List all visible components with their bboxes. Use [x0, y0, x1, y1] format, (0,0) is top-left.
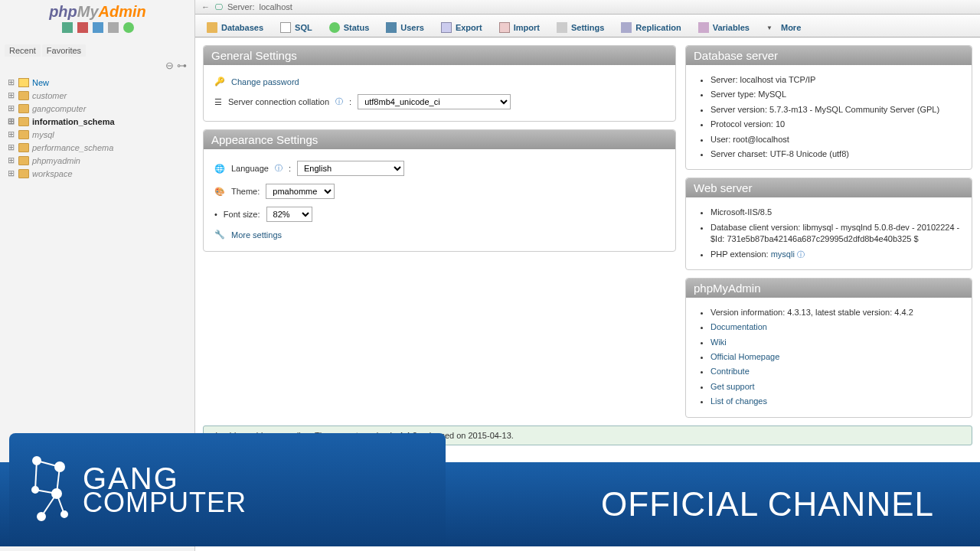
tab-replication[interactable]: Replication	[612, 18, 689, 37]
nav-icon[interactable]	[108, 22, 119, 33]
db-item-phpmyadmin[interactable]: ⊞phpmyadmin	[6, 154, 188, 167]
expand-icon[interactable]: ⊞	[6, 142, 15, 152]
expand-icon[interactable]: ⊞	[6, 168, 15, 178]
db-item-performance_schema[interactable]: ⊞performance_schema	[6, 141, 188, 154]
db-label: information_schema	[32, 117, 115, 126]
db-label: mysql	[32, 130, 54, 139]
export-icon	[441, 22, 452, 33]
appearance-panel: Appearance Settings 🌐 Language ⓘ: Englis…	[203, 129, 676, 252]
tab-variables[interactable]: Variables	[690, 18, 758, 37]
import-icon	[499, 22, 510, 33]
expand-icon[interactable]: ⊞	[6, 155, 15, 165]
server-value: localhost	[259, 2, 292, 11]
db-item-workspace[interactable]: ⊞workspace	[6, 167, 188, 180]
docs-icon[interactable]	[93, 22, 103, 33]
collapse-controls[interactable]: ⊖ ⊶	[0, 58, 194, 73]
settings-icon	[557, 22, 567, 33]
pma-link-item: Wiki	[710, 335, 961, 350]
web-item: Microsoft-IIS/8.5	[710, 205, 961, 220]
server-bar: ← 🖵 Server: localhost	[195, 0, 980, 15]
appearance-title: Appearance Settings	[204, 130, 675, 149]
reload-icon[interactable]	[123, 22, 134, 33]
general-settings-panel: General Settings 🔑 Change password ☰ Ser…	[203, 45, 676, 122]
db-label: performance_schema	[32, 143, 113, 152]
db-tree: ⊞ New ⊞customer⊞gangcomputer⊞information…	[0, 73, 194, 183]
network-icon	[28, 452, 74, 528]
pma-link[interactable]: Contribute	[710, 367, 750, 376]
logo-my: My	[77, 3, 99, 20]
collation-select[interactable]: utf8mb4_unicode_ci	[358, 94, 511, 109]
php-ext-link[interactable]: mysqli	[771, 249, 795, 259]
server-label: Server:	[227, 2, 254, 11]
tab-settings[interactable]: Settings	[548, 18, 612, 37]
db-server-item: Server charset: UTF-8 Unicode (utf8)	[710, 147, 961, 161]
password-icon: 🔑	[214, 77, 225, 86]
pma-link-item: Contribute	[710, 364, 961, 379]
help-icon[interactable]: ⓘ	[275, 163, 283, 174]
pma-link[interactable]: Official Homepage	[710, 352, 779, 361]
pma-link[interactable]: Documentation	[710, 322, 767, 331]
help-icon[interactable]: ⓘ	[797, 250, 805, 259]
theme-label: Theme:	[231, 187, 260, 196]
sql-icon	[280, 22, 291, 33]
tab-import[interactable]: Import	[491, 18, 548, 37]
new-db-link[interactable]: ⊞ New	[6, 76, 188, 89]
pma-link[interactable]: Wiki	[710, 337, 727, 347]
brand-bottom: COMPUTER	[83, 491, 247, 515]
expand-icon[interactable]: ⊞	[6, 116, 15, 126]
variables-icon	[698, 22, 709, 33]
home-icon[interactable]	[62, 22, 73, 33]
database-icon	[18, 169, 29, 178]
db-item-mysql[interactable]: ⊞mysql	[6, 128, 188, 141]
theme-icon: 🎨	[214, 187, 225, 197]
favorites-tab[interactable]: Favorites	[42, 44, 86, 57]
db-label: customer	[32, 91, 67, 100]
tab-users[interactable]: Users	[377, 18, 433, 37]
db-item-customer[interactable]: ⊞customer	[6, 89, 188, 102]
database-icon	[18, 117, 29, 126]
pma-link-item: List of changes	[710, 394, 961, 409]
pma-title: phpMyAdmin	[686, 279, 972, 298]
tab-label: Settings	[571, 23, 604, 32]
help-icon[interactable]: ⓘ	[335, 96, 343, 107]
pma-link[interactable]: Get support	[710, 382, 754, 391]
db-item-gangcomputer[interactable]: ⊞gangcomputer	[6, 102, 188, 115]
tab-sql[interactable]: SQL	[272, 18, 321, 37]
database-icon	[18, 156, 29, 165]
web-server-panel: Web server Microsoft-IIS/8.5 Database cl…	[685, 178, 972, 270]
expand-icon[interactable]: ⊞	[6, 90, 15, 100]
database-icon	[18, 130, 29, 139]
pma-link[interactable]: List of changes	[710, 396, 767, 406]
logo[interactable]: phpMyAdmin	[0, 0, 195, 43]
recent-tab[interactable]: Recent	[5, 44, 41, 57]
tab-label: More	[781, 23, 801, 32]
replication-icon	[621, 22, 632, 33]
recent-favorites: Recent Favorites	[0, 43, 194, 58]
tab-label: Replication	[635, 23, 681, 32]
fontsize-label: Font size:	[224, 210, 260, 219]
overlay-brand-card: GANG COMPUTER	[9, 433, 446, 546]
database-icon	[18, 91, 29, 100]
tab-databases[interactable]: Databases	[198, 18, 272, 37]
language-select[interactable]: English	[297, 161, 404, 176]
new-db-label: New	[32, 78, 49, 87]
nav-arrow-icon[interactable]: ←	[201, 2, 210, 11]
db-server-item: User: root@localhost	[710, 132, 961, 147]
db-server-item: Protocol version: 10	[710, 117, 961, 132]
more-settings-link[interactable]: More settings	[231, 230, 282, 240]
pma-link-item: Get support	[710, 380, 961, 394]
tab-status[interactable]: Status	[321, 18, 378, 37]
db-item-information_schema[interactable]: ⊞information_schema	[6, 115, 188, 128]
tab-export[interactable]: Export	[433, 18, 491, 37]
change-password-link[interactable]: Change password	[231, 77, 299, 86]
theme-select[interactable]: pmahomme	[266, 184, 335, 199]
tab-label: Import	[514, 23, 540, 32]
expand-icon[interactable]: ⊞	[6, 103, 15, 113]
fontsize-select[interactable]: 82%	[266, 207, 312, 222]
db-label: phpmyadmin	[32, 156, 80, 165]
tab-more[interactable]: More	[758, 18, 809, 37]
svg-line-9	[41, 494, 57, 517]
logout-icon[interactable]	[77, 22, 88, 33]
expand-icon[interactable]: ⊞	[6, 129, 15, 139]
db-label: workspace	[32, 169, 73, 178]
